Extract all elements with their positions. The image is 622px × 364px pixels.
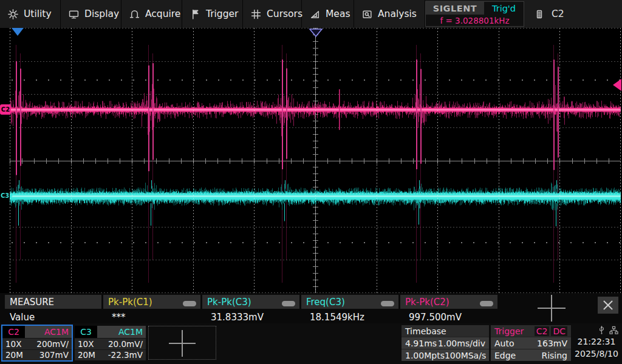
channel-c2-name: C2	[2, 326, 25, 338]
trigger-flag-icon	[190, 9, 200, 19]
measurement-value: 18.1549kHz	[310, 311, 364, 323]
bottom-status-bar: C2 AC1M 10X200mV/ 20M307mV C3 AC1M 10X20…	[0, 323, 622, 364]
cursors-icon	[251, 9, 261, 19]
trigger-level: 163mV	[537, 339, 567, 348]
menu-utility[interactable]: Utility	[0, 0, 61, 28]
measure-title: MEASURE	[5, 295, 101, 309]
timebase-delay: 4.91ms	[405, 339, 437, 348]
measurement-value: ***	[112, 311, 126, 323]
usb-icon	[598, 326, 606, 335]
channel-c3-probe: 10X	[78, 339, 94, 349]
close-measure-button[interactable]	[598, 297, 618, 314]
channel-c2-offset: 307mV	[39, 350, 69, 360]
trigger-coupling: DC	[551, 326, 567, 336]
channel-c3-name: C3	[75, 326, 97, 338]
trigger-status-box[interactable]: SIGLENT Trig'd f = 3.028801kHz	[425, 1, 524, 27]
trigger-position-icon	[309, 29, 323, 37]
add-channel-box[interactable]	[148, 326, 216, 360]
horizontal-delay-marker[interactable]	[12, 28, 24, 36]
add-measurement-button[interactable]	[538, 295, 566, 322]
trigger-status: Trig'd	[484, 2, 524, 15]
channel-c3-coupling: AC1M	[118, 327, 146, 337]
channel-c2-box[interactable]: C2 AC1M 10X200mV/ 20M307mV	[1, 325, 73, 362]
menu-meas[interactable]: Meas	[302, 0, 354, 28]
channel-c3-box[interactable]: C3 AC1M 10X20.0mV/ 20M-22.3mV	[75, 326, 146, 360]
remove-measurement-button[interactable]	[282, 301, 295, 306]
arrow-right-icon	[10, 194, 13, 198]
menu-display-label: Display	[84, 8, 119, 19]
measurement-value: 31.8333mV	[211, 311, 264, 323]
menu-cursors-label: Cursors	[267, 8, 302, 19]
trigger-source: C2	[535, 326, 550, 336]
acquire-icon	[129, 9, 140, 19]
channel-c3-offset: -22.3mV	[108, 350, 143, 360]
clock-time: 21:22:31	[578, 335, 616, 348]
menu-meas-label: Meas	[326, 8, 350, 19]
menu-utility-label: Utility	[24, 8, 52, 19]
trigger-frequency-readout: f = 3.028801kHz	[426, 15, 524, 26]
trigger-slope: Rising	[541, 351, 567, 360]
channel-c2-scale: 200mV/	[36, 339, 69, 349]
channel-c2-bandwidth: 20M	[5, 350, 23, 360]
trigger-title: Trigger	[494, 326, 524, 336]
channel-c2-position-marker[interactable]: C2	[0, 104, 11, 115]
menu-display[interactable]: Display	[61, 0, 121, 28]
menu-acquire[interactable]: Acquire	[121, 0, 182, 28]
measurement-pkpk-c1[interactable]: Pk-Pk(C1)	[103, 295, 200, 309]
display-icon	[69, 9, 79, 19]
channel-c2-probe: 10X	[5, 339, 21, 349]
trigger-box[interactable]: Trigger C2 DC Auto163mV EdgeRising	[491, 325, 571, 361]
menu-cursors[interactable]: Cursors	[243, 0, 302, 28]
active-channel-indicator[interactable]: C2	[535, 0, 564, 28]
top-menu-bar: Utility Display Acquire Trigger Cursors …	[0, 0, 622, 28]
channel-c3-bandwidth: 20M	[78, 350, 95, 360]
active-channel-label: C2	[552, 8, 564, 19]
add-channel-plus-icon	[169, 330, 196, 357]
timebase-scale: 1.00ms/div	[438, 339, 485, 348]
channel-c2-coupling: AC1M	[44, 327, 72, 337]
channel-c3-scale: 20.0mV/	[108, 339, 143, 349]
waveform-canvas	[10, 28, 621, 293]
measure-icon	[310, 9, 320, 19]
lan-icon	[609, 326, 618, 335]
measurement-pkpk-c2[interactable]: Pk-Pk(C2)	[400, 295, 497, 309]
measure-bar: MEASURE Pk-Pk(C1) Pk-Pk(C3) Freq(C3) Pk-…	[0, 293, 622, 323]
trigger-position-marker[interactable]	[309, 28, 323, 39]
remove-measurement-button[interactable]	[480, 301, 493, 306]
channel-c3-position-marker[interactable]: C3	[1, 192, 13, 199]
clock-area: 21:22:31 2025/8/10	[572, 325, 621, 363]
timebase-memory: 1.00Mpts	[405, 351, 445, 360]
remove-measurement-button[interactable]	[183, 301, 196, 306]
measurement-value: 997.500mV	[409, 311, 462, 323]
menu-list-icon	[535, 9, 544, 19]
trigger-type: Edge	[494, 351, 516, 360]
gear-icon	[8, 9, 18, 19]
trigger-level-marker[interactable]	[613, 79, 621, 91]
measurement-freq-c3[interactable]: Freq(C3)	[301, 295, 398, 309]
remove-measurement-button[interactable]	[381, 301, 394, 306]
menu-trigger[interactable]: Trigger	[182, 0, 243, 28]
menu-acquire-label: Acquire	[145, 8, 180, 19]
clock-date: 2025/8/10	[575, 348, 618, 360]
menu-analysis[interactable]: Analysis	[354, 0, 425, 28]
timebase-sample-rate: 100MSa/s	[445, 351, 486, 360]
trigger-mode: Auto	[494, 339, 514, 348]
oscilloscope-screen: Utility Display Acquire Trigger Cursors …	[0, 0, 622, 364]
waveform-display: C2 C3	[0, 28, 622, 293]
menu-trigger-label: Trigger	[206, 8, 238, 19]
siglent-logo: SIGLENT	[426, 2, 484, 15]
timebase-box[interactable]: Timebase 4.91ms1.00ms/div 1.00Mpts100MSa…	[402, 325, 489, 361]
timebase-title: Timebase	[405, 326, 446, 336]
analysis-icon	[362, 9, 372, 19]
menu-analysis-label: Analysis	[378, 8, 417, 19]
measurement-pkpk-c3[interactable]: Pk-Pk(C3)	[202, 295, 299, 309]
measure-row-label: Value	[10, 311, 35, 323]
